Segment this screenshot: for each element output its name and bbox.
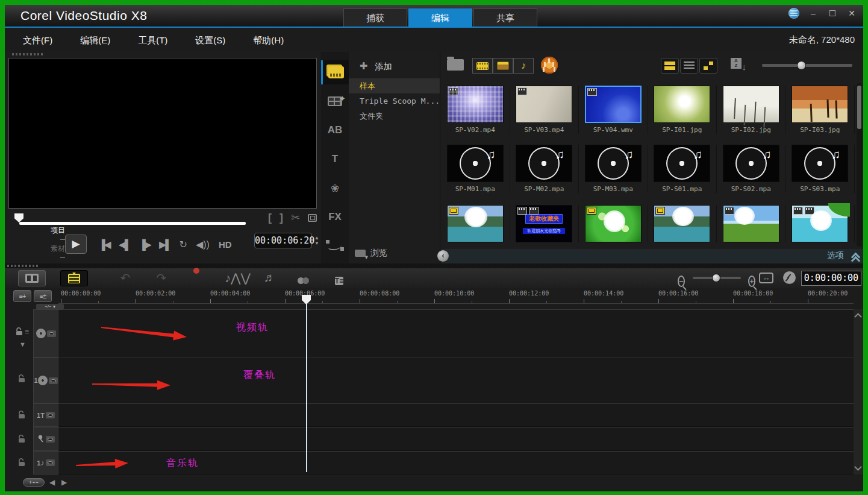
voice-track-header[interactable] (33, 427, 58, 451)
maximize-icon[interactable]: ☐ (827, 8, 838, 18)
ruler-plusminus-button[interactable]: +/− ▾ (36, 304, 64, 309)
slider-thumb[interactable] (712, 274, 720, 282)
auto-music-icon[interactable]: ♬ (261, 271, 279, 285)
voice-track-row[interactable] (5, 427, 863, 451)
tab-inactive[interactable]: 共享 (473, 8, 537, 27)
media-thumbnail-cell[interactable]: SP-V02.mp4 (441, 86, 510, 134)
scroll-right-icon[interactable]: ▶ (61, 478, 67, 487)
preview-scrubber[interactable] (10, 213, 251, 225)
media-thumbnail-cell[interactable]: ♫SP-M03.mpa (579, 145, 648, 193)
overlay-track-row[interactable]: 1 (5, 358, 863, 403)
media-thumbnail-cell[interactable]: ♫SP-S02.mpa (717, 145, 786, 193)
home-icon[interactable]: ▐◀ (98, 239, 110, 250)
zoom-in-icon[interactable]: + (743, 273, 761, 287)
mode-project-label[interactable]: 项目 (45, 226, 65, 244)
menu-item[interactable]: 文件(F) (23, 35, 52, 46)
media-category-icon[interactable] (321, 60, 349, 84)
duration-clock-icon[interactable] (783, 271, 796, 284)
preview-timecode[interactable]: 00:00:06:20 (254, 233, 312, 248)
subtitle-editor-icon[interactable]: T≡ (330, 273, 348, 286)
media-thumbnail-cell[interactable]: SP-V03.mp4 (510, 86, 579, 134)
tab-active[interactable]: 编辑 (408, 8, 472, 27)
unlock-icon[interactable] (18, 435, 26, 443)
media-thumbnail[interactable]: ♫ (723, 145, 779, 182)
media-thumbnail-cell[interactable] (648, 205, 717, 242)
library-nav-item[interactable]: 文件夹 (349, 109, 440, 124)
voice-track-lane[interactable] (58, 427, 854, 451)
thumbnail-size-slider[interactable] (762, 64, 852, 67)
unlock-icon[interactable] (16, 327, 23, 336)
storyboard-view-button[interactable] (18, 270, 46, 286)
media-thumbnail[interactable]: 老歌收藏夹欢迎朋友光临指导 (516, 205, 572, 242)
add-folder-button[interactable]: ✚添加 (349, 52, 440, 78)
browse-button[interactable]: 浏览 (355, 248, 387, 259)
overlay-track-header[interactable]: 1 (33, 358, 58, 403)
timecode-spinner[interactable]: ▲▼ (314, 235, 319, 246)
media-thumbnail[interactable] (723, 86, 779, 123)
timeline-vertical-scrollbar[interactable] (854, 309, 863, 475)
media-thumbnail-cell[interactable]: ♫SP-M01.mpa (441, 145, 510, 193)
title-track-row[interactable]: 1T (5, 403, 863, 427)
slider-thumb[interactable] (797, 61, 806, 70)
instant-project-icon[interactable] (321, 89, 349, 113)
view-list-button[interactable] (680, 58, 698, 74)
scroll-down-icon[interactable] (854, 463, 862, 471)
filter-fx-icon[interactable]: FX (321, 205, 349, 229)
mark-in-icon[interactable]: [ (268, 212, 272, 224)
media-thumbnail[interactable] (585, 205, 642, 242)
unlock-icon[interactable] (18, 411, 26, 419)
unlock-icon[interactable] (18, 374, 26, 383)
library-nav-item[interactable]: 样本 (349, 78, 440, 93)
music-track-row[interactable]: 1♪ (5, 451, 863, 475)
view-grid-button[interactable] (699, 58, 717, 74)
menu-item[interactable]: 设置(S) (195, 35, 225, 46)
motion-tracking-icon[interactable] (541, 57, 558, 74)
scrubber-track[interactable] (19, 222, 246, 225)
menu-item[interactable]: 帮助(H) (253, 35, 284, 46)
add-remove-track-icon[interactable]: ≡± (34, 290, 52, 302)
timeline-ruler[interactable]: 00:00:00:0000:00:02:0000:00:04:0000:00:0… (58, 288, 854, 304)
media-thumbnail[interactable] (792, 205, 848, 242)
media-thumbnail-cell[interactable]: 老歌收藏夹欢迎朋友光临指导 (510, 205, 579, 242)
media-thumbnail[interactable] (516, 86, 572, 123)
sound-mixer-icon[interactable]: ♪⋀⋁ (225, 271, 243, 285)
timeline-view-button[interactable] (60, 270, 88, 286)
volume-icon[interactable]: ◀)) (196, 239, 210, 250)
media-thumbnail[interactable] (585, 86, 642, 123)
ride-along-icon[interactable]: ≡ (25, 327, 29, 336)
library-scrollbar[interactable] (857, 83, 862, 247)
hd-toggle[interactable]: HD (219, 239, 232, 250)
media-thumbnail-cell[interactable] (717, 205, 786, 242)
media-thumbnail-cell[interactable] (786, 205, 855, 242)
horizontal-splitter[interactable] (5, 263, 863, 268)
filter-audio-button[interactable]: ♪ (513, 58, 534, 74)
transition-ab-icon[interactable]: AB (321, 118, 349, 142)
media-thumbnail-cell[interactable]: ♫SP-S01.mpa (648, 145, 717, 193)
zoom-out-icon[interactable]: − (672, 273, 690, 287)
collapse-left-button[interactable]: ‹ (437, 250, 449, 262)
track-motion-icon[interactable] (321, 234, 349, 258)
media-thumbnail[interactable]: ♫ (447, 145, 504, 182)
filter-photo-button[interactable] (493, 58, 513, 74)
import-folder-icon[interactable] (447, 59, 464, 71)
media-thumbnail-cell[interactable]: SP-I03.jpg (786, 86, 855, 134)
library-nav-item[interactable]: Triple Scoop M... (349, 93, 440, 109)
fit-timeline-icon[interactable]: ↔ (759, 273, 773, 283)
media-thumbnail-cell[interactable]: ♫SP-M02.mpa (510, 145, 579, 193)
menu-item[interactable]: 编辑(E) (80, 35, 110, 46)
media-thumbnail[interactable]: ♫ (654, 145, 710, 182)
video-track-row[interactable]: ≡ ▼ (5, 309, 863, 358)
media-thumbnail-cell[interactable]: ♫SP-S03.mpa (786, 145, 855, 193)
filter-video-button[interactable] (472, 58, 493, 74)
media-thumbnail[interactable] (447, 205, 504, 242)
sort-az-icon[interactable]: AZ↓ (731, 58, 745, 74)
media-thumbnail[interactable] (654, 205, 710, 242)
options-button[interactable]: 选项 (827, 250, 844, 261)
timeline-zoom-slider[interactable] (693, 277, 741, 279)
mark-out-icon[interactable]: ] (279, 212, 283, 224)
close-icon[interactable]: ✕ (846, 8, 857, 18)
video-track-header[interactable] (33, 309, 58, 358)
track-transparency-icon[interactable] (294, 273, 312, 287)
title-track-lane[interactable] (58, 403, 854, 427)
end-icon[interactable]: ▶▌ (159, 239, 171, 250)
